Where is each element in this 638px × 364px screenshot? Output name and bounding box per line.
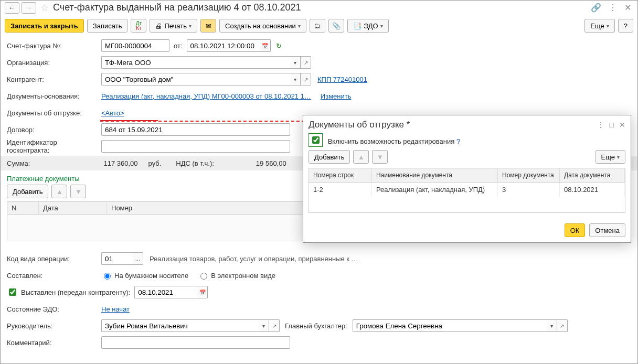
table-row[interactable]: 1-2 Реализация (акт, накладная, УПД) 3 0… xyxy=(309,183,625,197)
dialog-menu-icon[interactable]: ⋮ xyxy=(597,121,604,129)
popup-move-down[interactable]: ▼ xyxy=(372,150,388,164)
invoice-number-label: Счет-фактура №: xyxy=(7,42,101,50)
dropdown-icon[interactable]: ▾ xyxy=(547,319,557,332)
annotation-arrow xyxy=(100,121,310,122)
vat-label: НДС (в т.ч.): xyxy=(176,159,214,167)
calendar-icon[interactable]: 📅 xyxy=(260,39,271,52)
dialog-close-icon[interactable]: ✕ xyxy=(619,121,625,129)
move-up-button[interactable]: ▲ xyxy=(51,185,67,198)
popup-add-button[interactable]: Добавить xyxy=(309,150,350,164)
enable-edit-label: Включить возможность редактирования xyxy=(328,137,455,145)
popup-move-up[interactable]: ▲ xyxy=(353,150,369,164)
select-icon[interactable]: … xyxy=(133,252,143,265)
composed-label: Составлен: xyxy=(7,272,101,280)
more-menu-icon[interactable]: ⋮ xyxy=(607,2,619,14)
help-button[interactable]: ? xyxy=(618,19,633,33)
create-based-button[interactable]: Создать на основании xyxy=(219,19,306,33)
from-label: от: xyxy=(174,42,183,50)
organization-label: Организация: xyxy=(7,59,101,67)
col-lines: Номера строк xyxy=(309,168,372,182)
open-icon[interactable]: ↗ xyxy=(301,73,311,85)
related-docs-button[interactable]: 🗂 xyxy=(310,19,325,33)
kpp-link[interactable]: КПП 772401001 xyxy=(317,76,367,83)
col-n: N xyxy=(7,202,39,214)
sum-label: Сумма: xyxy=(7,159,30,167)
open-icon[interactable]: ↗ xyxy=(269,319,280,332)
edo-button[interactable]: 📑 ЭДО xyxy=(347,19,389,33)
popup-more-button[interactable]: Еще xyxy=(596,150,625,164)
paper-radio[interactable]: На бумажном носителе xyxy=(101,271,188,280)
dialog-title: Документы об отгрузке * xyxy=(309,120,597,130)
currency: руб. xyxy=(148,159,162,167)
counterparty-input[interactable] xyxy=(101,73,290,85)
link-icon[interactable]: 🔗 xyxy=(589,2,603,14)
comment-input[interactable] xyxy=(101,336,290,349)
col-doc-name: Наименование документа xyxy=(372,168,498,182)
basis-docs-label: Документы-основания: xyxy=(7,92,101,100)
col-doc-num: Номер документа xyxy=(498,168,560,182)
edo-state-link[interactable]: Не начат xyxy=(101,305,130,313)
move-down-button[interactable]: ▼ xyxy=(70,185,86,198)
head-input[interactable] xyxy=(101,319,259,332)
col-date: Дата xyxy=(39,202,107,214)
edo-state-label: Состояние ЭДО: xyxy=(7,305,101,313)
refresh-icon[interactable]: ↻ xyxy=(276,42,282,50)
op-code-input[interactable] xyxy=(101,252,133,265)
col-doc-date: Дата документа xyxy=(560,168,625,182)
gov-contract-id-label: Идентификатор госконтракта: xyxy=(7,138,101,154)
op-code-label: Код вида операции: xyxy=(7,255,101,263)
nav-forward[interactable]: → xyxy=(22,2,36,14)
more-button[interactable]: Еще xyxy=(584,19,614,33)
invoice-number-input[interactable] xyxy=(101,39,169,52)
popup-table: Номера строк Наименование документа Номе… xyxy=(309,168,625,213)
dropdown-icon[interactable]: ▾ xyxy=(290,73,301,85)
accountant-input[interactable] xyxy=(353,319,547,332)
head-label: Руководитель: xyxy=(7,322,101,330)
contract-input[interactable] xyxy=(101,123,290,136)
sum-value: 117 360,00 xyxy=(103,159,137,167)
ok-button[interactable]: ОК xyxy=(565,223,586,237)
shipping-docs-dialog: Документы об отгрузке * ⋮ □ ✕ Включить в… xyxy=(303,115,631,243)
op-code-description: Реализация товаров, работ, услуг и опера… xyxy=(150,255,358,263)
add-payment-button[interactable]: Добавить xyxy=(7,185,48,198)
invoice-date-input[interactable] xyxy=(187,39,260,52)
page-title: Счет-фактура выданный на реализацию 4 от… xyxy=(53,2,587,13)
enable-edit-checkbox[interactable] xyxy=(309,133,323,147)
save-button[interactable]: Записать xyxy=(87,19,128,33)
accountant-label: Главный бухгалтер: xyxy=(285,322,347,330)
posting-button[interactable]: ДтКт xyxy=(131,19,146,33)
comment-label: Комментарий: xyxy=(7,339,101,347)
issued-checkbox[interactable]: Выставлен (передан контрагенту): xyxy=(7,287,130,297)
save-and-close-button[interactable]: Записать и закрыть xyxy=(5,19,84,33)
attach-button[interactable]: 📎 xyxy=(328,19,344,33)
counterparty-label: Контрагент: xyxy=(7,76,101,83)
open-icon[interactable]: ↗ xyxy=(557,319,568,332)
basis-doc-link[interactable]: Реализация (акт, накладная, УПД) МГ00-00… xyxy=(101,92,311,100)
cancel-button[interactable]: Отмена xyxy=(589,223,625,237)
dropdown-icon[interactable]: ▾ xyxy=(259,319,269,332)
shipping-auto-link[interactable]: <Авто> xyxy=(101,109,124,117)
help-icon[interactable]: ? xyxy=(456,137,460,145)
open-icon[interactable]: ↗ xyxy=(301,56,311,69)
change-link[interactable]: Изменить xyxy=(321,92,352,100)
contract-label: Договор: xyxy=(7,126,101,134)
vat-value: 19 560,00 xyxy=(256,159,286,167)
nav-back[interactable]: ← xyxy=(5,2,19,14)
issued-date-input[interactable] xyxy=(134,286,197,298)
mail-button[interactable]: ✉ xyxy=(200,19,216,33)
dropdown-icon[interactable]: ▾ xyxy=(290,56,301,69)
close-window-icon[interactable]: ✕ xyxy=(622,2,633,14)
dialog-maximize-icon[interactable]: □ xyxy=(610,121,614,129)
shipping-docs-label: Документы об отгрузке: xyxy=(7,109,101,117)
print-button[interactable]: 🖨 Печать xyxy=(150,19,197,33)
favorite-icon[interactable]: ☆ xyxy=(40,2,49,14)
calendar-icon[interactable]: 📅 xyxy=(197,286,208,298)
gov-contract-id-input[interactable] xyxy=(101,140,290,153)
organization-input[interactable] xyxy=(101,56,290,69)
electronic-radio[interactable]: В электронном виде xyxy=(198,271,275,280)
